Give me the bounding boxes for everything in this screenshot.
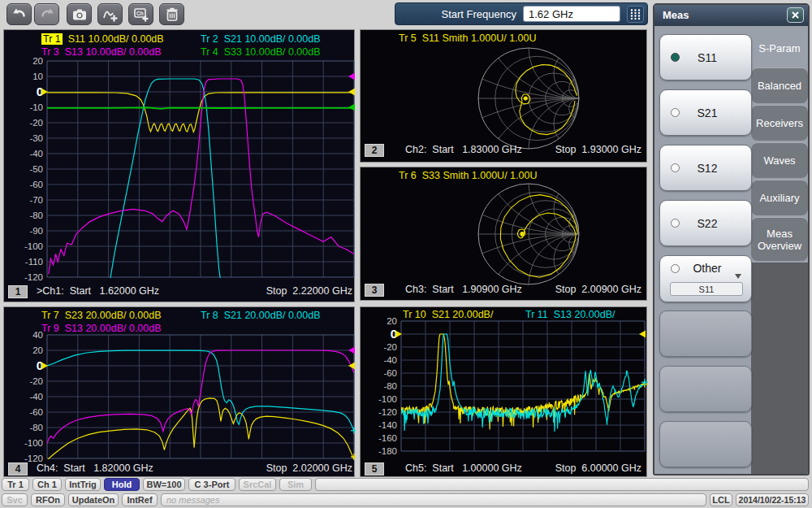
svg-text:-120: -120 — [378, 407, 397, 417]
status-updateon[interactable]: UpdateOn — [68, 493, 119, 506]
tab-receivers[interactable]: Receivers — [751, 105, 808, 141]
svg-text:-20: -20 — [29, 376, 43, 386]
radio-icon — [671, 264, 680, 273]
status-timestamp: 2014/10/22-15:13 — [736, 493, 809, 506]
channel-badge[interactable]: 3 — [365, 284, 384, 297]
add-trace-icon — [102, 6, 119, 24]
status-c-3-port[interactable]: C 3-Port — [188, 478, 235, 491]
start-frequency-input[interactable] — [523, 6, 620, 22]
trash-icon — [163, 6, 181, 24]
add-channel-button[interactable]: Ch — [128, 3, 153, 25]
status-bw=100[interactable]: BW=100 — [143, 478, 185, 491]
undo-button[interactable] — [6, 3, 32, 25]
svg-text:-60: -60 — [29, 407, 43, 417]
meas-button-label: S22 — [680, 217, 735, 230]
svg-text:-20: -20 — [383, 342, 397, 352]
svg-text:-100: -100 — [378, 394, 397, 404]
svg-text:-100: -100 — [24, 438, 43, 448]
tab-balanced[interactable]: Balanced — [751, 67, 808, 103]
status-tr-1[interactable]: Tr 1 — [2, 478, 29, 491]
delete-button[interactable] — [159, 3, 184, 25]
status-bar-row1: Tr 1Ch 1IntTrigHoldBW=100C 3-PortSrcCalS… — [0, 478, 812, 491]
radio-icon — [671, 53, 680, 62]
add-channel-icon: Ch — [132, 6, 150, 24]
vna-application: Ch Start Frequency Meas S-Pa — [0, 0, 812, 508]
status-sim[interactable]: Sim — [279, 478, 312, 491]
svg-text:-80: -80 — [29, 211, 43, 220]
svg-text:-70: -70 — [29, 195, 43, 205]
svg-text:-20: -20 — [29, 118, 43, 128]
tab-meas-overview[interactable]: Meas Overview — [751, 217, 808, 261]
chart-panel-4[interactable]: Tr 7 S23 20.00dB/ 0.00dBTr 8 S21 20.00dB… — [3, 306, 355, 477]
tab-s-param[interactable]: S-Param — [751, 30, 808, 66]
camera-icon — [71, 6, 89, 24]
svg-text:-30: -30 — [29, 133, 43, 143]
status-rfon[interactable]: RFOn — [31, 493, 65, 506]
meas-button-other[interactable]: OtherS11 — [659, 255, 752, 302]
radio-icon — [671, 219, 680, 228]
svg-text:Ch: Ch — [136, 11, 144, 16]
status-lcl[interactable]: LCL — [710, 493, 732, 506]
status-svc[interactable]: Svc — [2, 493, 28, 506]
chart-panel-1[interactable]: Tr 1 S11 10.00dB/ 0.00dBTr 2 S21 10.00dB… — [3, 29, 355, 302]
meas-button-s12[interactable]: S12 — [659, 145, 752, 191]
status-intref[interactable]: IntRef — [122, 493, 158, 506]
undo-icon — [11, 6, 28, 24]
close-button[interactable] — [787, 7, 804, 23]
channel-start: Ch2: Start 1.83000 GHz — [405, 144, 522, 155]
channel-badge[interactable]: 4 — [8, 462, 28, 475]
meas-panel-lower-area — [751, 263, 808, 474]
svg-text:-100: -100 — [24, 241, 43, 251]
status-no-messages: no messages — [161, 493, 706, 506]
meas-button-label: S12 — [680, 162, 735, 175]
screenshot-button[interactable] — [67, 3, 92, 25]
chart-panel-3[interactable]: Tr 6 S33 Smith 1.000U/ 1.00U3Ch3: Start … — [360, 167, 647, 301]
svg-text:-120: -120 — [24, 272, 43, 282]
add-trace-button[interactable] — [97, 3, 123, 25]
chart-panel-5[interactable]: Tr 10 S21 20.00dB/Tr 11 S13 20.00dB/200-… — [360, 306, 647, 477]
status-ch-1[interactable]: Ch 1 — [32, 478, 62, 491]
status-inttrig[interactable]: IntTrig — [65, 478, 101, 491]
chart-panel-2[interactable]: Tr 5 S11 Smith 1.000U/ 1.00U2Ch2: Start … — [360, 29, 647, 163]
meas-panel: Meas S-ParamBalancedReceiversWavesAuxili… — [653, 3, 810, 475]
status-field — [315, 478, 809, 491]
keypad-button[interactable] — [627, 6, 644, 23]
redo-button[interactable] — [34, 3, 59, 25]
meas-button-label: Other — [680, 262, 735, 275]
svg-text:-40: -40 — [383, 355, 397, 365]
channel-start: >Ch1: Start 1.62000 GHz — [37, 285, 159, 297]
tab-auxiliary[interactable]: Auxiliary — [751, 180, 808, 215]
channel-badge[interactable]: 5 — [365, 462, 384, 475]
channel-stop: Stop 2.02000 GHz — [266, 462, 352, 474]
svg-text:-40: -40 — [29, 392, 43, 402]
other-value[interactable]: S11 — [670, 282, 743, 296]
svg-text:20: 20 — [32, 56, 43, 66]
channel-badge[interactable]: 2 — [365, 144, 384, 157]
svg-text:20: 20 — [387, 316, 397, 326]
channel-footer: 4Ch4: Start 1.82000 GHzStop 2.02000 GHz — [4, 462, 354, 476]
svg-text:-80: -80 — [29, 423, 43, 432]
tab-waves[interactable]: Waves — [751, 142, 808, 178]
meas-button-empty[interactable] — [659, 421, 752, 467]
meas-button-empty[interactable] — [659, 310, 752, 357]
channel-badge[interactable]: 1 — [8, 285, 28, 298]
svg-text:40: 40 — [32, 330, 43, 340]
svg-text:-50: -50 — [29, 164, 43, 174]
svg-text:20: 20 — [32, 345, 43, 355]
svg-text:-140: -140 — [378, 420, 397, 430]
meas-button-empty[interactable] — [659, 366, 752, 412]
channel-stop: Stop 2.00900 GHz — [555, 284, 641, 295]
meas-button-s11[interactable]: S11 — [659, 34, 752, 80]
meas-button-label: S21 — [680, 106, 735, 119]
channel-footer: 5Ch5: Start 1.00000 GHzStop 6.00000 GHz — [361, 462, 646, 476]
meas-button-s21[interactable]: S21 — [659, 89, 752, 136]
meas-tab-column: S-ParamBalancedReceiversWavesAuxiliaryMe… — [751, 28, 808, 263]
keypad-icon — [628, 7, 643, 22]
svg-text:-90: -90 — [29, 226, 43, 236]
meas-button-s22[interactable]: S22 — [659, 200, 752, 246]
channel-start: Ch5: Start 1.00000 GHz — [405, 462, 522, 474]
svg-text:-160: -160 — [378, 433, 397, 443]
status-srccal[interactable]: SrcCal — [239, 478, 276, 491]
channel-stop: Stop 2.22000 GHz — [266, 285, 352, 297]
status-hold[interactable]: Hold — [104, 478, 140, 491]
